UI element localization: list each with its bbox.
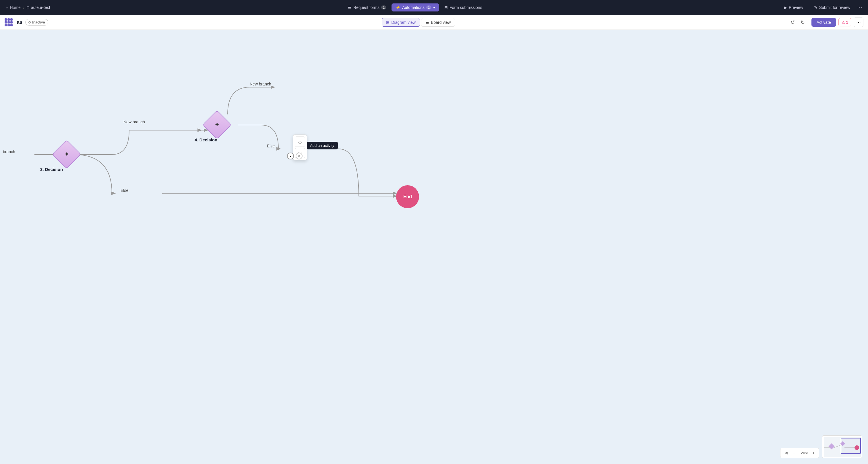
svg-text:New branch: New branch [123, 120, 145, 124]
diamond-icon: ◇ [298, 139, 302, 144]
nav-separator: › [23, 5, 24, 10]
diagram-view-button[interactable]: ⊞ Diagram view [382, 18, 420, 27]
zoom-level: 120% [798, 451, 809, 455]
decision3-node[interactable]: ✦ [52, 140, 81, 169]
add-decision-button[interactable]: ◇ [295, 136, 305, 147]
decision4-node[interactable]: ✦ [203, 110, 231, 139]
flow-arrows: branch New branch Else New branch Else [0, 30, 868, 464]
end-node[interactable]: End [396, 185, 419, 208]
add-activity-tooltip: Add an activity [307, 142, 338, 150]
else-action-icons: ● ✕ [287, 153, 303, 160]
end-label: End [403, 194, 412, 199]
home-icon: ⌂ [6, 5, 8, 10]
preview-label: Preview [789, 5, 803, 10]
more-options-button[interactable]: ⋯ [854, 18, 863, 27]
minimap [822, 435, 862, 458]
tooltip-text: Add an activity [310, 143, 334, 148]
nav-left: ⌂ Home › □ auteur-test [6, 5, 50, 10]
redo-button[interactable]: ↻ [799, 18, 807, 27]
minimap-viewport [841, 438, 861, 454]
toolbar: as Inactive ⊞ Diagram view ☰ Board view … [0, 15, 868, 30]
submit-icon: ✎ [814, 5, 817, 10]
zoom-controls: ⊲ − 120% + [780, 448, 819, 458]
toolbar-right: ↺ ↻ Activate ⚠ 2 ⋯ [789, 18, 863, 27]
tab-form-submissions[interactable]: ⊞ Form submissions [440, 3, 486, 11]
decision4-label: 4. Decision [195, 137, 217, 142]
status-dot-icon [28, 21, 31, 24]
nav-more-button[interactable]: ⋯ [857, 4, 862, 11]
project-icon: □ [27, 5, 29, 10]
nav-right: ▶ Preview ✎ Submit for review ⋯ [780, 3, 862, 11]
toolbar-left: as Inactive [5, 19, 48, 26]
automations-badge: 1 [426, 5, 431, 9]
status-label: Inactive [32, 20, 45, 24]
submit-button[interactable]: ✎ Submit for review [810, 3, 854, 11]
request-forms-label: Request forms [353, 5, 379, 10]
decision4-icon: ✦ [214, 121, 220, 129]
project-label: auteur-test [31, 5, 50, 10]
preview-icon: ▶ [784, 5, 787, 10]
else-remove-icon[interactable]: ✕ [296, 153, 303, 160]
request-forms-icon: ☰ [348, 5, 352, 10]
svg-text:New branch: New branch [250, 82, 271, 86]
zoom-in-button[interactable]: + [811, 450, 816, 456]
home-label: Home [10, 5, 20, 10]
diagram-view-icon: ⊞ [386, 20, 390, 25]
request-forms-badge: 1 [381, 5, 386, 9]
home-link[interactable]: ⌂ Home [6, 5, 21, 10]
automations-icon: ⚡ [396, 5, 400, 10]
alert-count: 2 [846, 20, 848, 24]
svg-text:branch: branch [3, 150, 15, 154]
decision3-label: 3. Decision [40, 167, 63, 172]
tab-request-forms[interactable]: ☰ Request forms 1 [344, 3, 391, 11]
board-view-icon: ☰ [425, 20, 429, 25]
collapse-toggle-button[interactable]: ⊲ [783, 450, 789, 456]
diagram-view-label: Diagram view [391, 20, 415, 25]
tab-automations[interactable]: ⚡ Automations 1 ▾ [392, 3, 439, 11]
board-view-button[interactable]: ☰ Board view [421, 18, 455, 27]
top-nav: ⌂ Home › □ auteur-test ☰ Request forms 1… [0, 0, 868, 15]
alert-icon: ⚠ [842, 20, 845, 24]
project-link[interactable]: □ auteur-test [27, 5, 50, 10]
automations-chevron: ▾ [433, 5, 435, 10]
nav-center: ☰ Request forms 1 ⚡ Automations 1 ▾ ⊞ Fo… [344, 3, 486, 11]
svg-text:Else: Else [121, 188, 128, 193]
preview-button[interactable]: ▶ Preview [780, 3, 807, 11]
submit-label: Submit for review [819, 5, 850, 10]
activate-button[interactable]: Activate [811, 18, 836, 27]
toolbar-center: ⊞ Diagram view ☰ Board view [382, 18, 455, 27]
decision3-icon: ✦ [64, 151, 69, 158]
form-submissions-label: Form submissions [450, 5, 482, 10]
app-name: as [17, 19, 22, 25]
alert-button[interactable]: ⚠ 2 [838, 18, 851, 26]
form-submissions-icon: ⊞ [444, 5, 448, 10]
else-add-icon[interactable]: ● [287, 153, 294, 160]
canvas-area[interactable]: branch New branch Else New branch Else ✦… [0, 30, 868, 464]
undo-button[interactable]: ↺ [789, 18, 797, 27]
svg-text:Else: Else [267, 144, 275, 148]
zoom-out-button[interactable]: − [791, 450, 796, 456]
status-badge[interactable]: Inactive [25, 19, 48, 26]
automations-label: Automations [402, 5, 425, 10]
board-view-label: Board view [431, 20, 451, 25]
app-grid-icon [5, 19, 12, 26]
